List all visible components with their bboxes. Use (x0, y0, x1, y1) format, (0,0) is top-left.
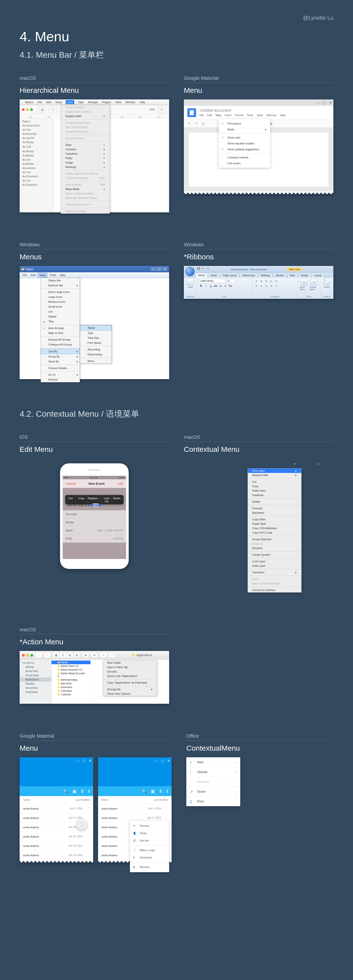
italic-icon[interactable]: I (204, 283, 208, 288)
tab-design[interactable]: Design (298, 273, 311, 278)
menu-item[interactable]: Replace With (61, 114, 109, 118)
layer-item[interactable]: Aa Bitmap (20, 153, 54, 158)
menu-item[interactable]: Show ruler (218, 135, 270, 140)
ctx-menu-item[interactable]: Paste Here (248, 488, 301, 493)
list-row[interactable]: andra AdamsJan 6, 2014⋮ (20, 804, 93, 813)
menu-item[interactable]: Collapse All Groups (41, 342, 80, 347)
ctx-menu-item[interactable]: Delete (248, 500, 301, 504)
action-menu-item[interactable]: Show View Options (103, 692, 157, 696)
view-icon[interactable]: ▦ (151, 789, 155, 794)
sidebar-item[interactable]: Desktop (20, 682, 51, 686)
zoom-value[interactable]: 100% (149, 108, 155, 111)
more-icon[interactable]: ⋮ (87, 826, 90, 829)
contextual-menu[interactable]: PreviewShareGet linkMake a copyDownloadR… (130, 821, 169, 872)
ctx-menu-item[interactable]: Transform (248, 570, 301, 574)
file-item[interactable]: 📁 Calendar (51, 693, 90, 697)
layer-item[interactable]: Aa Line (20, 170, 54, 174)
align-left-icon[interactable]: ≡ (254, 283, 259, 288)
ctx-menu-item[interactable]: Group Selection (248, 537, 301, 541)
menubar-item-edit[interactable]: Edit (45, 100, 52, 104)
file-item[interactable]: 📁 Automator (51, 685, 90, 689)
contextual-menu[interactable]: Pick LayerReplace WithCutCopyPaste HereD… (248, 468, 302, 592)
office-contextual-menu[interactable]: +New↑UploadRename↗Share⎙Print (186, 757, 240, 806)
ctx-menu-item[interactable]: Paste Style (248, 522, 301, 526)
menubar-item-insert[interactable]: Insert (54, 100, 63, 104)
sort-icon[interactable]: ⇅ (159, 789, 162, 794)
quick-styles-button[interactable]: AQuick Styles (299, 279, 309, 293)
office-menu-item[interactable]: ↗Share (186, 787, 240, 797)
layer-item[interactable]: Aa (Persistent... (20, 174, 54, 178)
menu-item[interactable]: Paths (61, 156, 109, 160)
layer-item[interactable]: Aa Bitmap (20, 140, 54, 145)
list-row[interactable]: andra AdamsJan 16, 2014⋮ (20, 841, 93, 851)
tab-insert[interactable]: Insert (208, 273, 220, 278)
submenu-item[interactable]: Ascending (80, 347, 112, 352)
edit-menu[interactable]: CutCopyReplace...Look UpShare... (65, 495, 123, 504)
submenu-item[interactable]: Type (80, 331, 112, 336)
menu-item[interactable]: Auto Arrange (41, 326, 80, 331)
share-icon[interactable]: ↗ (100, 652, 107, 658)
menu-item[interactable]: Extra Large Icons (41, 290, 80, 294)
info-icon[interactable]: ℹ (167, 789, 168, 794)
menu-item[interactable]: Show spelling suggestions (218, 146, 270, 152)
file-item[interactable]: 📁 AirKeepersApp (51, 678, 90, 682)
layers-page-header[interactable]: Page 1 (20, 119, 54, 124)
menu-item[interactable]: Create Symbol (61, 105, 109, 110)
menu-view[interactable]: View (215, 114, 222, 117)
bullets-icon[interactable]: ≡ (254, 279, 259, 283)
layer-item[interactable]: Aa Screen Shot... (20, 124, 54, 128)
office-menu-item[interactable]: ↑Upload (186, 767, 240, 777)
search-icon[interactable]: 🔍 (63, 789, 68, 794)
tool-ungroup[interactable]: ▢ (49, 106, 57, 113)
sidebar-item[interactable]: Documents (20, 686, 51, 690)
selection-handle[interactable] (294, 463, 295, 465)
change-styles-button[interactable]: AChange Styles (309, 279, 318, 293)
menu-item[interactable]: Sync Shared Style (61, 125, 109, 129)
submenu-item[interactable]: Descending (80, 352, 112, 357)
menu-insert[interactable]: Insert (225, 114, 231, 117)
list-row[interactable]: andra AdamsJan 6, 2014⋮ (98, 804, 172, 813)
menu-item[interactable]: Mask Mode (61, 187, 109, 191)
tool-group[interactable]: ▦ (38, 106, 47, 113)
office-menu-item[interactable]: Rename (186, 777, 240, 787)
view-icon[interactable]: ▦ (73, 789, 76, 794)
menubar-item-help[interactable]: Help (139, 100, 146, 104)
office-menu-item[interactable]: +New (186, 757, 240, 767)
menu-edit[interactable]: Edit (29, 273, 38, 278)
menu-item[interactable]: Sort By (41, 349, 80, 354)
ctx-menu-item[interactable]: Forward (248, 506, 301, 511)
ctx-menu-item[interactable]: Rename (248, 546, 301, 550)
ctx-menu-item[interactable]: Lock Layer (248, 559, 301, 563)
view-menu-dropdown[interactable]: Print layoutModeShow rulerShow equation … (218, 119, 270, 168)
ctx-menu-item[interactable]: Ungroup (248, 541, 301, 546)
maximize-icon[interactable]: ▢ (157, 267, 162, 271)
menu-item[interactable]: Go To (41, 372, 80, 377)
submenu-item[interactable]: Total Size (80, 336, 112, 340)
sidebar-item[interactable]: Downloads (20, 690, 51, 694)
tab-page layout[interactable]: Page Layout (220, 273, 239, 278)
menu-table[interactable]: Table (256, 114, 263, 117)
menu-item[interactable]: Combine (61, 147, 109, 151)
ctx-menu-item[interactable]: Get link (130, 837, 169, 844)
menu-file[interactable]: File (199, 114, 204, 117)
arrange-icon[interactable]: ⊞ (82, 652, 89, 658)
finder-sidebar[interactable]: Favorites AirDropAll My FilesiCloud Driv… (20, 660, 51, 704)
ctx-menu-item[interactable]: Replace With (248, 473, 301, 477)
more-icon[interactable]: ⋮ (87, 854, 90, 857)
redo-icon[interactable]: ↷ (194, 121, 199, 126)
menu-item[interactable]: Align to Grid (41, 331, 80, 336)
menu-item[interactable]: Ignore Underlying Mask (61, 191, 109, 196)
more-icon[interactable]: ⋮ (165, 816, 168, 819)
layers-panel[interactable]: Page 1 Aa Screen Shot...Aa LineAa Menu B… (20, 118, 54, 212)
more-icon[interactable]: ⋮ (87, 835, 90, 838)
bold-icon[interactable]: B (199, 283, 203, 288)
layer-item[interactable]: Aa Bitmap (20, 149, 54, 153)
list-row[interactable]: andra AdamsJan 22, 2014⋮ (20, 832, 93, 841)
menu-item[interactable]: Full screen (218, 160, 270, 166)
menu-item[interactable]: Refresh (41, 377, 80, 382)
menubar-item-view[interactable]: View (114, 100, 122, 104)
selection-handle[interactable] (317, 463, 319, 465)
tool-edit[interactable]: ✎ (157, 106, 166, 113)
ctx-menu-item[interactable]: Copy (248, 484, 301, 488)
ctx-menu-item[interactable]: Create Symbol (248, 552, 301, 557)
